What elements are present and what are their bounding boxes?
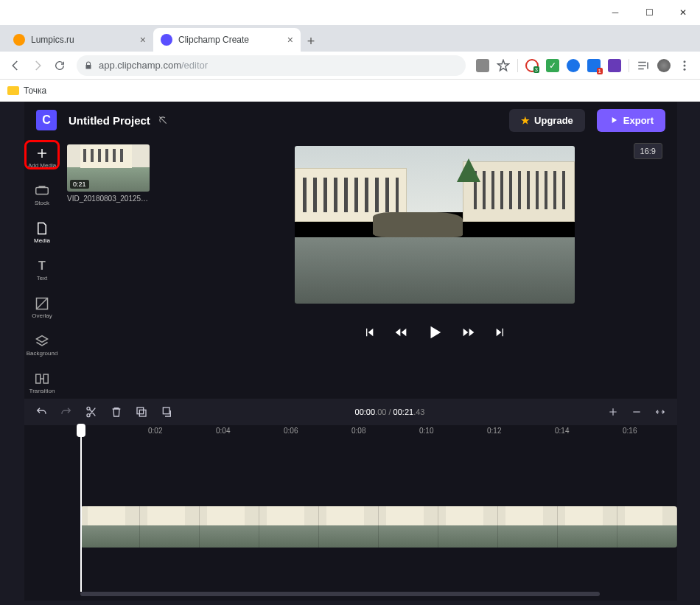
rewind-button[interactable] xyxy=(394,326,407,338)
new-tab-button[interactable]: + xyxy=(301,31,321,52)
arrow-right-icon xyxy=(31,59,44,72)
svg-point-0 xyxy=(684,60,686,63)
overlay-icon xyxy=(35,296,49,311)
svg-rect-10 xyxy=(137,408,144,414)
ruler-tick: 0:14 xyxy=(555,427,569,435)
window-titlebar: ─ ☐ ✕ xyxy=(0,0,700,25)
thumbnail-image: 0:21 xyxy=(67,144,150,192)
zoom-in-button[interactable] xyxy=(606,405,620,419)
extension-icon[interactable] xyxy=(608,59,621,72)
extension-icon[interactable] xyxy=(567,59,580,72)
play-button[interactable] xyxy=(427,324,443,340)
bookmarks-bar: Точка xyxy=(0,80,700,102)
video-clip[interactable]: 🔊 xyxy=(80,506,677,548)
app-root: C Untitled Project ★ Upgrade Export Add … xyxy=(24,102,677,601)
star-icon: ★ xyxy=(521,115,530,126)
timeline-ruler[interactable]: 0:02 0:04 0:06 0:08 0:10 0:12 0:14 0:16 xyxy=(80,425,677,443)
project-title[interactable]: Untitled Project xyxy=(69,114,168,127)
transition-icon xyxy=(35,371,49,386)
media-panel: 0:21 VID_20180803_201255.... xyxy=(60,139,192,399)
nav-forward-button[interactable] xyxy=(27,55,49,77)
browser-tab-1[interactable]: Lumpics.ru × xyxy=(6,28,153,52)
rail-label: Overlay xyxy=(32,312,52,319)
media-icon xyxy=(35,221,49,236)
ruler-tick: 0:10 xyxy=(419,427,433,435)
svg-rect-12 xyxy=(163,408,169,414)
redo-button[interactable] xyxy=(60,405,73,419)
add-media-button[interactable]: Add Media xyxy=(25,143,59,172)
nav-back-button[interactable] xyxy=(4,55,27,77)
lock-icon xyxy=(84,61,93,70)
separator xyxy=(629,59,629,72)
track-empty[interactable] xyxy=(80,443,677,506)
rail-stock[interactable]: Stock xyxy=(25,181,59,209)
thumbnail-duration: 0:21 xyxy=(70,180,89,189)
star-icon[interactable] xyxy=(497,59,510,72)
skip-start-button[interactable] xyxy=(363,326,375,338)
extension-icon[interactable]: 3 xyxy=(525,59,539,72)
window-close[interactable]: ✕ xyxy=(666,0,700,25)
tab-close-icon[interactable]: × xyxy=(140,34,146,46)
media-thumbnail[interactable]: 0:21 VID_20180803_201255.... xyxy=(67,144,150,203)
forward-button[interactable] xyxy=(462,326,475,338)
rail-label: Add Media xyxy=(28,162,56,169)
zoom-fit-button[interactable] xyxy=(654,405,667,419)
skip-end-button[interactable] xyxy=(494,326,506,338)
svg-rect-6 xyxy=(36,374,41,383)
rail-overlay[interactable]: Overlay xyxy=(25,293,59,322)
svg-rect-11 xyxy=(139,410,146,416)
text-icon: T xyxy=(35,259,49,273)
upgrade-button[interactable]: ★ Upgrade xyxy=(509,109,585,132)
export-button[interactable]: Export xyxy=(597,109,665,132)
thumbnail-filename: VID_20180803_201255.... xyxy=(67,195,150,203)
playhead-knob[interactable] xyxy=(77,424,85,437)
rail-label: Text xyxy=(37,275,48,281)
delete-button[interactable] xyxy=(110,405,123,419)
zoom-out-button[interactable] xyxy=(630,405,643,419)
aspect-ratio-badge[interactable]: 16:9 xyxy=(634,143,662,159)
app-header: C Untitled Project ★ Upgrade Export xyxy=(24,102,677,139)
transport-controls xyxy=(363,324,506,340)
playhead[interactable] xyxy=(80,425,82,592)
ruler-tick: 0:12 xyxy=(487,427,501,435)
browser-tabstrip: Lumpics.ru × Clipchamp Create × + xyxy=(0,25,700,52)
upgrade-label: Upgrade xyxy=(534,115,573,126)
extension-icons: 3 ✓ 1 xyxy=(472,59,696,72)
rail-media[interactable]: Media xyxy=(25,218,59,247)
rail-text[interactable]: T Text xyxy=(25,256,59,284)
timeline-toolbar: 00:00.00 / 00:21.43 xyxy=(24,399,677,425)
browser-tab-2[interactable]: Clipchamp Create × xyxy=(153,28,301,52)
nav-reload-button[interactable] xyxy=(49,55,71,77)
app-logo[interactable]: C xyxy=(36,110,57,130)
translate-icon[interactable] xyxy=(476,59,489,72)
copy-button[interactable] xyxy=(160,405,173,419)
timeline-tracks[interactable]: 🔊 xyxy=(24,443,677,592)
plus-icon xyxy=(35,146,49,161)
sync-off-icon xyxy=(158,115,168,125)
duplicate-button[interactable] xyxy=(135,405,148,419)
profile-avatar[interactable] xyxy=(657,59,671,72)
timeline-scrollbar[interactable] xyxy=(24,592,677,601)
extension-icon[interactable]: ✓ xyxy=(546,59,559,72)
split-button[interactable] xyxy=(85,405,98,419)
svg-rect-4 xyxy=(39,186,46,187)
url-input[interactable]: app.clipchamp.com/editor xyxy=(77,55,466,76)
bookmark-folder[interactable]: Точка xyxy=(7,85,46,96)
window-maximize[interactable]: ☐ xyxy=(632,0,666,25)
extension-icon[interactable]: 1 xyxy=(587,59,601,72)
export-label: Export xyxy=(623,115,654,126)
reload-icon xyxy=(54,60,66,71)
export-icon xyxy=(609,115,619,125)
ruler-tick: 0:02 xyxy=(148,427,162,435)
window-minimize[interactable]: ─ xyxy=(598,0,632,25)
rail-transition[interactable]: Transition xyxy=(25,368,59,397)
tab-close-icon[interactable]: × xyxy=(287,34,293,46)
undo-button[interactable] xyxy=(35,405,48,419)
rail-label: Background xyxy=(27,350,58,357)
rail-background[interactable]: Background xyxy=(25,331,59,360)
video-preview[interactable] xyxy=(295,146,575,304)
favicon-icon xyxy=(13,34,25,46)
browser-addressbar: app.clipchamp.com/editor 3 ✓ 1 xyxy=(0,52,700,80)
reading-list-icon[interactable] xyxy=(637,59,650,72)
menu-icon[interactable] xyxy=(678,59,691,72)
